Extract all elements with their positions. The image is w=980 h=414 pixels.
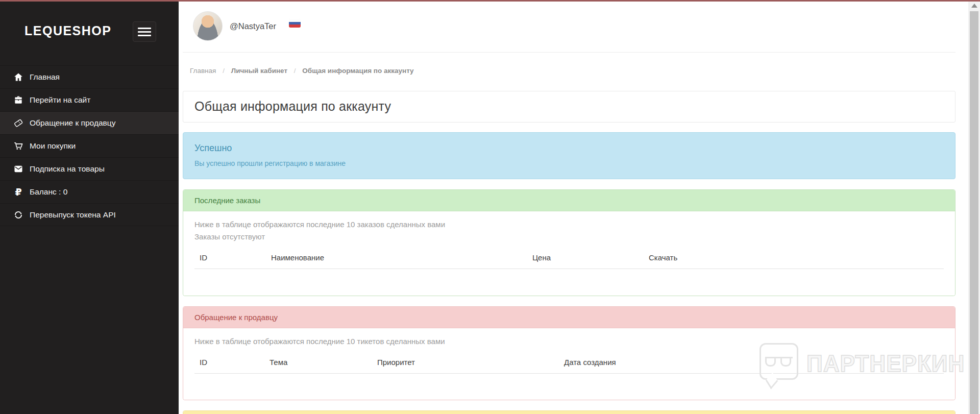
sidebar-item-label: Перевыпуск токена API bbox=[30, 210, 116, 220]
menu-icon bbox=[138, 31, 151, 33]
user-avatar[interactable] bbox=[193, 11, 223, 41]
home-icon bbox=[13, 71, 24, 83]
tickets-col-id: ID bbox=[194, 353, 264, 374]
breadcrumb-current: Общая информация по аккаунту bbox=[302, 67, 413, 75]
orders-col-id: ID bbox=[194, 248, 266, 269]
orders-panel-body: Ниже в таблице отображаются последние 10… bbox=[183, 211, 955, 296]
tickets-panel: Обращение к продавцу Ниже в таблице отоб… bbox=[183, 306, 955, 401]
tickets-panel-body: Ниже в таблице отображаются последние 10… bbox=[183, 328, 955, 400]
breadcrumb-cabinet-link[interactable]: Личный кабинет bbox=[231, 67, 287, 75]
tickets-table-header-row: ID Тема Приоритет Дата создания bbox=[194, 353, 944, 374]
success-alert: Успешно Вы успешно прошли регистрацию в … bbox=[183, 132, 955, 179]
orders-table-body bbox=[194, 269, 944, 287]
orders-col-price: Цена bbox=[527, 248, 644, 269]
username-label[interactable]: @NastyaTer bbox=[230, 21, 276, 31]
breadcrumb-separator: / bbox=[223, 67, 225, 75]
sidebar-item-label: Перейти на сайт bbox=[30, 95, 90, 105]
sidebar-item-label: Мои покупки bbox=[30, 141, 76, 151]
refresh-icon bbox=[13, 209, 24, 221]
tickets-table-body bbox=[194, 373, 944, 392]
sidebar-item-label: Главная bbox=[30, 72, 60, 82]
tickets-col-created: Дата создания bbox=[559, 353, 944, 374]
sidebar-item-reissue-api-token[interactable]: Перевыпуск токена API bbox=[0, 203, 179, 226]
menu-icon bbox=[138, 28, 151, 29]
vertical-scrollbar[interactable] bbox=[968, 0, 980, 414]
orders-table-header-row: ID Наименование Цена Скачать bbox=[194, 248, 944, 269]
orders-table: ID Наименование Цена Скачать bbox=[194, 248, 944, 287]
main-content: @NastyaTer Главная / Личный кабинет / Об… bbox=[179, 0, 968, 414]
tickets-col-subject: Тема bbox=[264, 353, 372, 374]
russia-flag-icon[interactable] bbox=[289, 19, 301, 28]
breadcrumb-separator: / bbox=[294, 67, 296, 75]
alert-title: Успешно bbox=[194, 143, 944, 154]
alert-message: Вы успешно прошли регистрацию в магазине bbox=[194, 159, 944, 167]
app-root: LEQUESHOP Главная Перейти на сайт bbox=[0, 0, 980, 414]
sidebar-item-my-purchases[interactable]: Мои покупки bbox=[0, 134, 179, 157]
orders-col-download: Скачать bbox=[644, 248, 944, 269]
sidebar-item-home[interactable]: Главная bbox=[0, 65, 179, 88]
tickets-col-priority: Приоритет bbox=[372, 353, 559, 374]
brand-row: LEQUESHOP bbox=[0, 0, 179, 56]
page-title-card: Общая информация по аккаунту bbox=[183, 91, 955, 123]
sidebar-item-product-subscription[interactable]: Подписка на товары bbox=[0, 157, 179, 180]
sidebar-item-label: Обращение к продавцу bbox=[30, 118, 115, 128]
sidebar-item-label: Баланс : 0 bbox=[30, 187, 67, 197]
orders-panel-header: Последние заказы bbox=[183, 190, 955, 211]
sidebar-item-balance[interactable]: ₽ Баланс : 0 bbox=[0, 180, 179, 203]
tickets-table: ID Тема Приоритет Дата создания bbox=[194, 353, 944, 392]
tickets-panel-header: Обращение к продавцу bbox=[183, 307, 955, 328]
sidebar-nav: Главная Перейти на сайт Обращение к прод… bbox=[0, 65, 179, 226]
orders-empty-note: Заказы отсутствуют bbox=[194, 232, 944, 241]
page-title: Общая информация по аккаунту bbox=[194, 99, 944, 114]
sidebar: LEQUESHOP Главная Перейти на сайт bbox=[0, 0, 179, 414]
scrollbar-up-arrow-icon[interactable] bbox=[971, 4, 977, 8]
account-header: @NastyaTer bbox=[183, 0, 955, 53]
discounts-panel: Накопительные скидки bbox=[183, 410, 955, 414]
orders-panel: Последние заказы Ниже в таблице отобража… bbox=[183, 189, 955, 296]
ticket-icon bbox=[13, 117, 24, 129]
sidebar-item-go-to-site[interactable]: Перейти на сайт bbox=[0, 88, 179, 111]
cart-icon bbox=[13, 140, 24, 152]
envelope-icon bbox=[13, 163, 24, 175]
orders-col-name: Наименование bbox=[266, 248, 527, 269]
breadcrumb-home-link[interactable]: Главная bbox=[190, 67, 216, 75]
top-accent-line bbox=[0, 0, 980, 2]
breadcrumb: Главная / Личный кабинет / Общая информа… bbox=[183, 53, 955, 78]
menu-toggle-button[interactable] bbox=[133, 21, 156, 42]
briefcase-icon bbox=[13, 94, 24, 106]
tickets-description: Ниже в таблице отображаются последние 10… bbox=[194, 337, 944, 346]
discounts-panel-header: Накопительные скидки bbox=[183, 411, 955, 414]
sidebar-item-label: Подписка на товары bbox=[30, 164, 105, 174]
ruble-icon: ₽ bbox=[13, 186, 24, 198]
orders-description: Ниже в таблице отображаются последние 10… bbox=[194, 220, 944, 229]
sidebar-item-contact-seller[interactable]: Обращение к продавцу bbox=[0, 111, 179, 134]
menu-icon bbox=[138, 35, 151, 36]
shop-logo[interactable]: LEQUESHOP bbox=[24, 23, 111, 38]
scrollbar-thumb[interactable] bbox=[970, 11, 978, 414]
